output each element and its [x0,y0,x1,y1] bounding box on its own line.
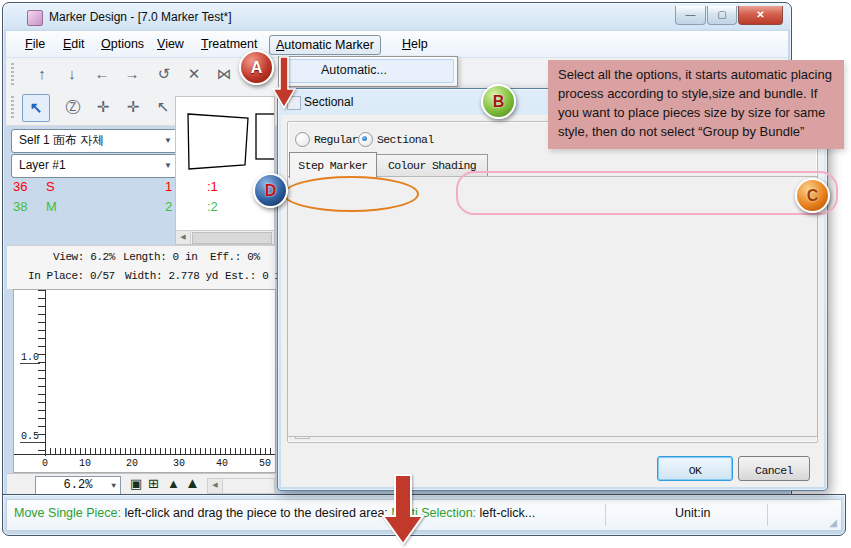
app-icon [27,10,43,26]
scroll-left-icon[interactable]: ◀ [208,479,223,493]
qty-value: 1 [165,179,172,194]
title-bar[interactable]: Marker Design - [7.0 Marker Test*] — ▢ ✕ [3,3,791,31]
scroll-left-icon[interactable]: ◀ [176,231,191,245]
status-message: Move Single Piece: left-click and drag t… [14,506,535,520]
menu-item-view[interactable]: View [151,35,190,53]
ruler-label: 20 [126,458,138,469]
ruler-label: 40 [216,458,228,469]
fabric-select-value: Self 1 面布 자체 [19,133,104,147]
grade-value: S [46,179,55,194]
maximize-button[interactable]: ▢ [707,6,737,25]
rotate-icon[interactable]: ↺ [151,61,177,87]
size-value: 36 [13,179,27,194]
regular-radio[interactable] [295,132,310,147]
step-marker-tab-panel [287,176,818,437]
move-down-icon[interactable]: ↓ [59,61,85,87]
grade-value: M [46,199,57,214]
badge-b: B [481,84,516,119]
ruler-label: 0.5 [20,431,40,443]
resize-grip-icon[interactable]: ◢ [829,517,837,528]
select-tool-icon[interactable]: ↖ [22,94,50,122]
ratio-value: :2 [207,199,218,214]
status-separator [605,504,606,526]
status-seg2-text: left-click... [476,506,535,520]
chevron-down-icon: ▼ [164,155,172,176]
size-value: 38 [13,199,27,214]
status-seg1-label: Move Single Piece: [14,506,121,520]
sectional-radio[interactable] [358,132,373,147]
ruler-label: 30 [173,458,185,469]
sectional-radio-label[interactable]: Sectional [377,133,434,146]
tab-step-marker[interactable]: Step Marker [289,152,377,178]
canvas-h-scrollbar[interactable]: ◀ [207,478,275,494]
thumbnail-scrollbar[interactable]: ◀ [175,230,275,245]
width-stat: Width: 2.778 yd [125,270,218,282]
vertical-ruler-line [45,290,46,456]
dialog-title: Sectional [304,95,353,109]
screenshot-stage: Marker Design - [7.0 Marker Test*] — ▢ ✕… [0,0,851,548]
move-left-icon[interactable]: ← [89,61,115,87]
cancel-button[interactable]: Cancel [738,456,810,481]
regular-radio-label[interactable]: Regular [314,133,358,146]
ruler-label: 50 [259,458,271,469]
zoom-level-value: 6.2% [64,478,93,492]
toolbar-gripper-2 [11,96,14,120]
badge-d: D [253,173,288,208]
ruler-label: 0 [42,458,48,469]
ratio-value: :1 [207,179,218,194]
menu-item-automatic-marker[interactable]: Automatic Marker [269,35,381,55]
menu-item-options[interactable]: Options [95,35,150,53]
unit-indicator: Unit:in [675,506,710,520]
qty-value: 2 [165,199,172,214]
layer-select[interactable]: Layer #1 ▼ [11,154,178,178]
view-stats-panel: View: 6.2% Length: 0 in Eff.: 0% In Plac… [7,245,275,290]
menu-bar: File Edit Options View Treatment Automat… [6,31,788,58]
tutorial-note: Select all the options, it starts automa… [548,60,844,149]
status-seg1-text: left-click and drag the piece to the des… [121,506,391,520]
close-button[interactable]: ✕ [738,6,783,25]
cut-icon[interactable]: ✕ [181,61,207,87]
mountain-large-icon[interactable]: ▲ [185,474,200,491]
crop-view-icon[interactable]: ▣ [130,476,142,491]
badge-a: A [239,50,274,85]
automatic-marker-menu: Automatic... [278,56,458,87]
minimize-button[interactable]: — [675,6,706,25]
zoom-level-select[interactable]: 6.2% ▼ [35,476,121,496]
ok-button[interactable]: OK [657,456,733,481]
move-up-icon[interactable]: ↑ [29,61,55,87]
menu-item-file[interactable]: File [19,35,51,53]
menu-item-automatic[interactable]: Automatic... [282,59,454,83]
view-stat: View: 6.2% [53,251,115,263]
chevron-down-icon: ▼ [164,130,172,151]
down-arrow-annotation-bottom [381,474,425,546]
inplace-stat: In Place: 0/57 [28,270,115,282]
fit-view-icon[interactable]: ⊞ [148,476,159,491]
toolbar-gripper [11,63,14,86]
badge-c: C [795,178,830,213]
move-piece-icon[interactable]: ✛ [90,94,116,120]
piece-thumbnail-panel[interactable]: ◀ [175,96,275,245]
split-icon[interactable]: ⋈ [211,61,237,87]
length-stat: Length: 0 in [123,251,197,263]
interlock-highlight-ellipse [283,176,419,212]
menu-item-help[interactable]: Help [396,35,434,53]
down-arrow-annotation [272,56,296,110]
menu-item-edit[interactable]: Edit [57,35,91,53]
pick-tool-icon[interactable]: ↖ [150,94,176,120]
horizontal-ruler-line [14,454,275,455]
ruler-label: 1.0 [20,352,40,364]
move-piece-alt-icon[interactable]: ✛ [120,94,146,120]
scrollbar-thumb[interactable] [192,232,272,244]
layer-select-value: Layer #1 [19,158,66,172]
eff-stat: Eff.: 0% [210,251,260,263]
zoom-tool-icon[interactable]: Ⓩ [60,94,86,120]
ruler-label: 10 [79,458,91,469]
chevron-down-icon: ▼ [111,477,116,494]
move-right-icon[interactable]: → [119,61,145,87]
mountain-small-icon[interactable]: ▲ [167,476,180,491]
piece-outline-drawing [176,97,274,232]
marker-canvas[interactable]: 1.0 0.5 0 10 20 30 40 50 [13,289,276,473]
checkbox-highlight-outline [456,171,838,215]
fabric-select[interactable]: Self 1 面布 자체 ▼ [11,129,178,153]
window-title: Marker Design - [7.0 Marker Test*] [49,10,232,24]
